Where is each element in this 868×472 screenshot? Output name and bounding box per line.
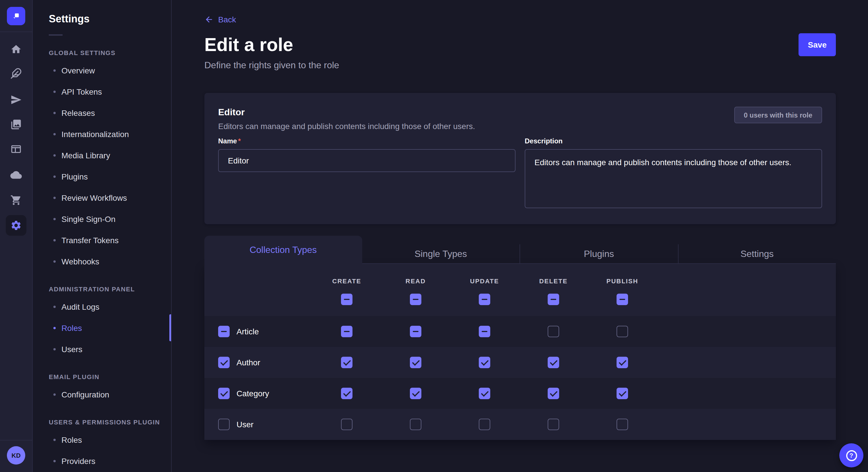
cart-icon[interactable] bbox=[10, 194, 22, 206]
sidebar-section-label: EMAIL PLUGIN bbox=[49, 373, 171, 380]
article-publish-checkbox-unchecked[interactable] bbox=[617, 326, 628, 337]
bullet-icon bbox=[53, 393, 56, 396]
sidebar-section: GLOBAL SETTINGSOverviewAPI TokensRelease… bbox=[33, 49, 171, 272]
sidebar-item-transfer-tokens[interactable]: Transfer Tokens bbox=[33, 229, 171, 250]
select-all-publish-checkbox-indeterminate[interactable] bbox=[617, 294, 628, 305]
sidebar-item-list: OverviewAPI TokensReleasesInternationali… bbox=[33, 60, 171, 272]
category-delete-checkbox-checked[interactable] bbox=[548, 388, 559, 399]
sidebar-item-label: Releases bbox=[61, 108, 95, 117]
row-user-checkbox-unchecked[interactable] bbox=[218, 419, 229, 430]
category-publish-checkbox-checked[interactable] bbox=[617, 388, 628, 399]
home-icon[interactable] bbox=[10, 43, 22, 55]
select-all-update-checkbox-indeterminate[interactable] bbox=[479, 294, 490, 305]
sidebar-item-roles[interactable]: Roles bbox=[33, 317, 171, 338]
category-create-checkbox-checked[interactable] bbox=[341, 388, 352, 399]
strapi-logo-icon[interactable] bbox=[7, 7, 25, 25]
row-category-checkbox-checked[interactable] bbox=[218, 388, 229, 399]
bullet-icon bbox=[53, 175, 56, 177]
permission-row-user: User bbox=[205, 409, 836, 440]
send-icon[interactable] bbox=[10, 94, 22, 105]
settings-sidebar: Settings GLOBAL SETTINGSOverviewAPI Toke… bbox=[33, 0, 172, 472]
permission-cell bbox=[588, 409, 657, 440]
users-with-role-button[interactable]: 0 users with this role bbox=[734, 107, 822, 123]
save-button[interactable]: Save bbox=[799, 33, 836, 56]
user-create-checkbox-unchecked[interactable] bbox=[341, 419, 352, 430]
sidebar-item-label: Configuration bbox=[61, 390, 110, 399]
permission-cell bbox=[450, 347, 519, 378]
row-article-checkbox-indeterminate[interactable] bbox=[218, 326, 229, 337]
back-link[interactable]: Back bbox=[205, 15, 236, 24]
sidebar-item-webhooks[interactable]: Webhooks bbox=[33, 250, 171, 272]
category-update-checkbox-checked[interactable] bbox=[479, 388, 490, 399]
row-label-cell: User bbox=[205, 409, 312, 440]
author-update-checkbox-checked[interactable] bbox=[479, 357, 490, 368]
name-input[interactable] bbox=[218, 149, 516, 172]
sidebar-section-label: USERS & PERMISSIONS PLUGIN bbox=[49, 419, 171, 426]
name-label-text: Name bbox=[218, 137, 237, 145]
sidebar-item-users[interactable]: Users bbox=[33, 338, 171, 360]
page-title: Edit a role bbox=[205, 33, 293, 56]
row-author-checkbox-checked[interactable] bbox=[218, 357, 229, 368]
row-label-cell: Author bbox=[205, 347, 312, 378]
row-filler-cell bbox=[657, 378, 836, 409]
select-all-delete-checkbox-indeterminate[interactable] bbox=[548, 294, 559, 305]
sidebar-item-list: RolesProviders bbox=[33, 429, 171, 471]
sidebar-item-releases[interactable]: Releases bbox=[33, 102, 171, 123]
row-label-cell: Article bbox=[205, 316, 312, 347]
sidebar-item-list: Configuration bbox=[33, 384, 171, 405]
media-library-icon[interactable] bbox=[10, 119, 22, 130]
column-label: PUBLISH bbox=[607, 278, 639, 284]
settings-gear-icon[interactable] bbox=[6, 215, 26, 236]
sidebar-item-overview[interactable]: Overview bbox=[33, 60, 171, 81]
description-textarea[interactable]: Editors can manage and publish contents … bbox=[525, 149, 822, 208]
article-update-checkbox-indeterminate[interactable] bbox=[479, 326, 490, 337]
select-all-create-checkbox-indeterminate[interactable] bbox=[341, 294, 352, 305]
permissions-table: CREATEREADUPDATEDELETEPUBLISHArticleAuth… bbox=[205, 264, 836, 440]
author-create-checkbox-checked[interactable] bbox=[341, 357, 352, 368]
sidebar-item-label: Media Library bbox=[61, 150, 110, 160]
tab-plugins[interactable]: Plugins bbox=[520, 244, 678, 264]
sidebar-item-media-library[interactable]: Media Library bbox=[33, 144, 171, 166]
user-delete-checkbox-unchecked[interactable] bbox=[548, 419, 559, 430]
category-read-checkbox-checked[interactable] bbox=[410, 388, 422, 399]
role-card-title: Editor bbox=[218, 107, 475, 118]
bullet-icon bbox=[53, 69, 56, 71]
row-filler-cell bbox=[657, 409, 836, 440]
cloud-icon[interactable] bbox=[10, 169, 22, 181]
permission-cell bbox=[588, 316, 657, 347]
sidebar-item-single-sign-on[interactable]: Single Sign-On bbox=[33, 208, 171, 229]
sidebar-item-audit-logs[interactable]: Audit Logs bbox=[33, 296, 171, 317]
bullet-icon bbox=[53, 348, 56, 350]
article-delete-checkbox-unchecked[interactable] bbox=[548, 326, 559, 337]
user-avatar[interactable]: KD bbox=[7, 446, 25, 465]
article-read-checkbox-indeterminate[interactable] bbox=[410, 326, 422, 337]
sidebar-item-review-workflows[interactable]: Review Workflows bbox=[33, 187, 171, 208]
tab-collection-types[interactable]: Collection Types bbox=[205, 236, 362, 264]
sidebar-item-internationalization[interactable]: Internationalization bbox=[33, 123, 171, 144]
author-delete-checkbox-checked[interactable] bbox=[548, 357, 559, 368]
feather-icon[interactable] bbox=[10, 68, 22, 79]
sidebar-item-configuration[interactable]: Configuration bbox=[33, 384, 171, 405]
select-all-read-checkbox-indeterminate[interactable] bbox=[410, 294, 422, 305]
tab-label: Settings bbox=[741, 248, 774, 259]
sidebar-item-roles[interactable]: Roles bbox=[33, 429, 171, 450]
author-read-checkbox-checked[interactable] bbox=[410, 357, 422, 368]
layout-icon[interactable] bbox=[10, 143, 22, 155]
role-card-subtitle: Editors can manage and publish contents … bbox=[218, 121, 475, 132]
sidebar-item-plugins[interactable]: Plugins bbox=[33, 166, 171, 187]
sidebar-item-label: Webhooks bbox=[61, 257, 99, 266]
author-publish-checkbox-checked[interactable] bbox=[617, 357, 628, 368]
help-button[interactable]: ? bbox=[839, 443, 863, 467]
permission-cell bbox=[381, 316, 450, 347]
sidebar-item-api-tokens[interactable]: API Tokens bbox=[33, 81, 171, 102]
user-read-checkbox-unchecked[interactable] bbox=[410, 419, 422, 430]
column-label: DELETE bbox=[539, 278, 568, 284]
tab-settings[interactable]: Settings bbox=[678, 244, 836, 264]
sidebar-section-label: ADMINISTRATION PANEL bbox=[49, 285, 171, 293]
article-create-checkbox-indeterminate[interactable] bbox=[341, 326, 352, 337]
sidebar-sections: GLOBAL SETTINGSOverviewAPI TokensRelease… bbox=[33, 49, 171, 471]
sidebar-item-providers[interactable]: Providers bbox=[33, 450, 171, 471]
tab-single-types[interactable]: Single Types bbox=[362, 244, 520, 264]
user-update-checkbox-unchecked[interactable] bbox=[479, 419, 490, 430]
user-publish-checkbox-unchecked[interactable] bbox=[617, 419, 628, 430]
